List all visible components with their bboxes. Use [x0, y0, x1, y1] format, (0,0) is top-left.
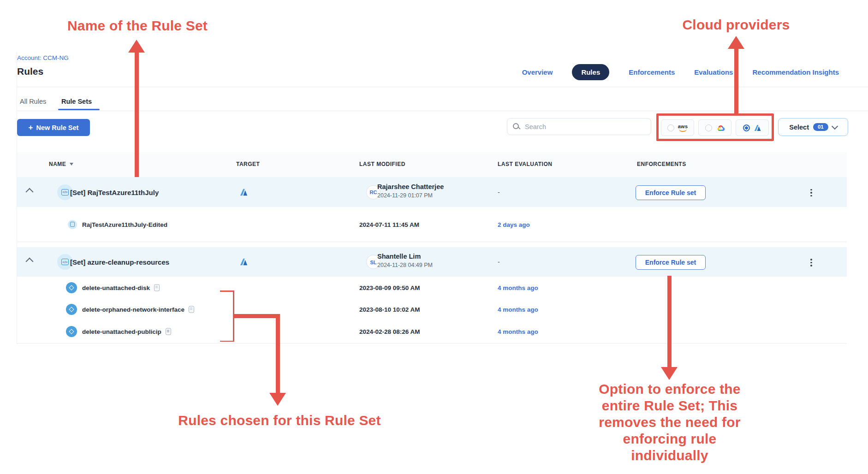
rule-row[interactable]: delete-orphaned-network-interface 2023-0… — [17, 298, 847, 320]
last-evaluation-value: - — [498, 258, 500, 266]
tab-all-rules[interactable]: All Rules — [20, 94, 46, 109]
rule-modified-date: 2024-07-11 11:45 AM — [359, 221, 419, 228]
nav-enforcements[interactable]: Enforcements — [629, 68, 675, 76]
search-box[interactable] — [507, 118, 651, 135]
rule-set-name[interactable]: [Set] RajTestAzure11thJuly — [70, 188, 159, 196]
last-evaluation-value: - — [498, 189, 500, 196]
rule-name: delete-orphaned-network-interface — [82, 306, 194, 313]
kebab-menu-icon[interactable] — [807, 189, 816, 197]
annotation-bracket-tick — [220, 290, 234, 292]
annotation-arrowhead-down — [661, 367, 678, 380]
top-nav: Overview Rules Enforcements Evaluations … — [522, 63, 839, 81]
rule-last-evaluation-link[interactable]: 4 months ago — [498, 284, 538, 291]
page: Account: CCM-NG Rules Overview Rules Enf… — [0, 0, 868, 474]
select-dropdown[interactable]: Select 01 — [778, 118, 848, 136]
rule-set-row[interactable]: </> [Set] RajTestAzure11thJuly RC Rajars… — [17, 177, 847, 207]
tab-rule-sets[interactable]: Rule Sets — [61, 94, 92, 109]
rule-modified-date: 2023-08-10 10:02 AM — [359, 306, 420, 313]
rule-last-evaluation-link[interactable]: 4 months ago — [498, 328, 538, 335]
annotation-arrow-line — [734, 47, 738, 113]
modified-date: 2024-11-28 04:49 PM — [377, 262, 433, 268]
rule-icon — [66, 326, 77, 337]
nav-recommendation-insights[interactable]: Recommendation Insights — [752, 68, 839, 76]
col-enforcements: ENFORCEMENTS — [637, 161, 686, 167]
rule-yaml-icon[interactable] — [154, 284, 160, 291]
rule-icon — [66, 282, 77, 293]
annotation-cloud-providers: Cloud providers — [674, 17, 798, 33]
select-count-badge: 01 — [813, 123, 828, 131]
rule-modified-date: 2023-08-09 09:50 AM — [359, 284, 420, 291]
header-divider — [17, 87, 868, 87]
modified-by: Shantelle Lim — [377, 253, 421, 260]
annotation-bracket-tick — [220, 341, 234, 342]
nav-overview[interactable]: Overview — [522, 68, 553, 76]
annotation-rules-chosen: Rules chosen for this Rule Set — [169, 412, 390, 429]
kebab-menu-icon[interactable] — [807, 259, 816, 267]
annotation-arrowhead-up — [128, 40, 145, 53]
nav-rules-active[interactable]: Rules — [572, 64, 609, 80]
col-name[interactable]: NAME — [49, 161, 73, 167]
nav-evaluations[interactable]: Evaluations — [694, 68, 733, 76]
rule-yaml-icon[interactable] — [189, 306, 194, 313]
col-last-evaluation: LAST EVALUATION — [498, 161, 552, 167]
rule-icon — [66, 304, 77, 315]
page-title: Rules — [17, 66, 43, 77]
annotation-name-of-rule-set: Name of the Rule Set — [59, 18, 216, 34]
annotation-arrowhead-down — [269, 393, 286, 406]
collapse-chevron-icon[interactable] — [26, 188, 34, 196]
new-rule-set-button[interactable]: + New Rule Set — [17, 119, 90, 136]
annotation-arrow-line — [135, 51, 139, 177]
collapse-chevron-icon[interactable] — [26, 258, 34, 266]
enforce-rule-set-button[interactable]: Enforce Rule set — [636, 255, 706, 270]
enforce-rule-set-button[interactable]: Enforce Rule set — [636, 185, 706, 200]
annotation-elbow-horizontal — [233, 314, 280, 318]
rule-row[interactable]: delete-unattached-publicip 2024-02-28 08… — [17, 320, 847, 344]
rule-modified-date: 2024-02-28 08:26 AM — [359, 328, 420, 335]
annotation-elbow-vertical — [276, 314, 280, 394]
rule-row[interactable]: RajTestAzure11thJuly-Edited 2024-07-11 1… — [17, 207, 847, 242]
account-breadcrumb[interactable]: Account: CCM-NG — [17, 54, 69, 61]
modified-by: Rajarshee Chatterjee — [377, 183, 444, 190]
rule-set-name[interactable]: [Set] azure-cleanup-resources — [70, 258, 169, 266]
azure-target-icon — [239, 188, 248, 196]
new-rule-set-label: New Rule Set — [36, 124, 79, 131]
col-last-modified: LAST MODIFIED — [359, 161, 405, 167]
annotation-enforce-note: Option to enforce the entire Rule Set; T… — [589, 381, 750, 464]
rule-row[interactable]: delete-unattached-disk 2023-08-09 09:50 … — [17, 277, 847, 298]
active-tab-underline — [58, 109, 100, 110]
rule-name: delete-unattached-disk — [82, 284, 160, 291]
annotation-providers-box — [656, 113, 774, 141]
table-header: NAME TARGET LAST MODIFIED LAST EVALUATIO… — [17, 152, 847, 177]
rule-name: delete-unattached-publicip — [82, 328, 171, 335]
azure-target-icon — [239, 258, 248, 267]
search-icon — [513, 123, 520, 130]
chevron-down-icon — [832, 123, 838, 129]
annotation-arrowhead-up — [728, 36, 744, 49]
rule-last-evaluation-link[interactable]: 4 months ago — [498, 306, 538, 313]
search-input[interactable] — [524, 123, 645, 131]
sort-icon — [70, 163, 73, 166]
select-label: Select — [789, 124, 809, 131]
rule-yaml-icon[interactable] — [166, 328, 171, 335]
rule-last-evaluation-link[interactable]: 2 days ago — [498, 221, 530, 228]
tabs-divider — [17, 111, 868, 111]
rule-icon — [68, 220, 77, 229]
plus-icon: + — [29, 124, 33, 131]
rule-set-row[interactable]: </> [Set] azure-cleanup-resources SL Sha… — [17, 247, 847, 277]
annotation-arrow-line — [667, 276, 672, 368]
rule-name: RajTestAzure11thJuly-Edited — [82, 221, 167, 228]
col-target: TARGET — [236, 161, 260, 167]
modified-date: 2024-11-29 01:07 PM — [377, 192, 433, 199]
